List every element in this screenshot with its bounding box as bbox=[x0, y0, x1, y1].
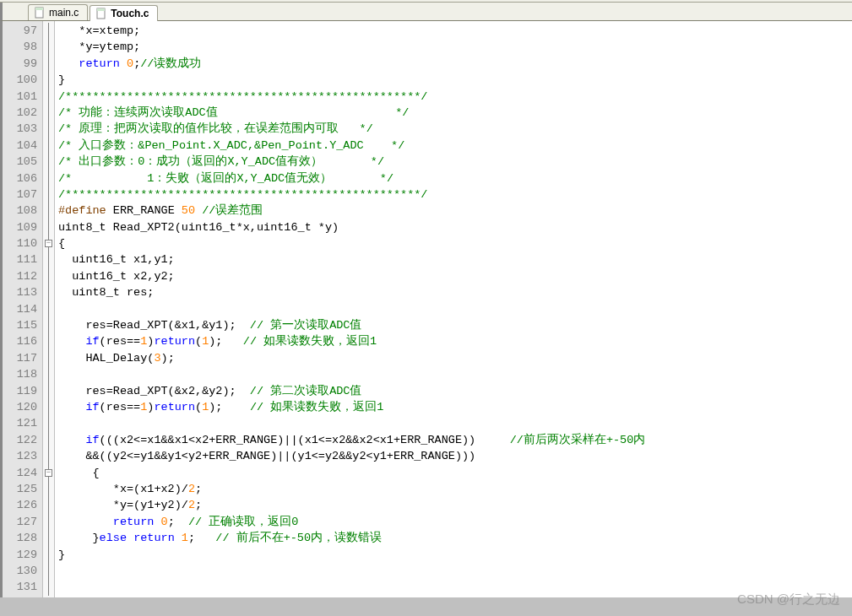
code-line[interactable]: } bbox=[58, 547, 852, 563]
code-line[interactable]: /***************************************… bbox=[58, 186, 852, 203]
code-line[interactable]: /* 出口参数：0：成功（返回的X,Y_ADC值有效） */ bbox=[58, 154, 852, 170]
line-number: 109 bbox=[6, 219, 37, 235]
code-line[interactable]: uint8_t Read_XPT2(uint16_t*x,uint16_t *y… bbox=[58, 219, 852, 235]
fold-margin[interactable]: −− bbox=[43, 21, 55, 597]
code-line[interactable]: if(res==1)return(1); // 如果读数失败，返回1 bbox=[58, 333, 852, 349]
line-number: 107 bbox=[6, 186, 37, 203]
code-editor[interactable]: 9798991001011021031041051061071081091101… bbox=[0, 21, 852, 597]
line-number: 131 bbox=[6, 579, 37, 595]
line-number: 97 bbox=[6, 23, 37, 39]
line-number: 119 bbox=[6, 383, 37, 399]
file-tab-bar: main.cTouch.c bbox=[0, 3, 852, 21]
code-line[interactable]: *y=ytemp; bbox=[58, 39, 852, 55]
line-number: 117 bbox=[6, 350, 37, 366]
line-number: 104 bbox=[6, 138, 37, 154]
code-line[interactable]: *y=(y1+y2)/2; bbox=[58, 497, 852, 513]
line-number: 127 bbox=[6, 514, 37, 530]
file-tab[interactable]: Touch.c bbox=[90, 5, 158, 21]
code-line[interactable]: return 0; // 正确读取，返回0 bbox=[58, 514, 852, 530]
code-line[interactable]: /***************************************… bbox=[58, 89, 852, 105]
tab-label: Touch.c bbox=[111, 8, 149, 19]
line-number: 116 bbox=[6, 333, 37, 349]
code-line[interactable]: /* 1：失败（返回的X,Y_ADC值无效） */ bbox=[58, 170, 852, 186]
code-line[interactable] bbox=[58, 301, 852, 317]
line-number: 126 bbox=[6, 497, 37, 513]
code-line[interactable]: res=Read_XPT(&x1,&y1); // 第一次读取ADC值 bbox=[58, 317, 852, 333]
svg-rect-1 bbox=[35, 8, 43, 10]
line-number: 99 bbox=[6, 56, 37, 72]
line-number: 113 bbox=[6, 284, 37, 300]
line-number: 115 bbox=[6, 317, 37, 333]
line-number: 100 bbox=[6, 72, 37, 88]
code-line[interactable]: /* 入口参数：&Pen_Point.X_ADC,&Pen_Point.Y_AD… bbox=[58, 138, 852, 154]
line-number: 123 bbox=[6, 448, 37, 464]
line-number: 112 bbox=[6, 268, 37, 284]
line-number: 129 bbox=[6, 547, 37, 563]
line-number: 124 bbox=[6, 465, 37, 481]
line-number: 103 bbox=[6, 121, 37, 137]
code-line[interactable]: /* 原理：把两次读取的值作比较，在误差范围内可取 */ bbox=[58, 121, 852, 137]
fold-toggle-icon[interactable]: − bbox=[45, 469, 52, 477]
code-line[interactable] bbox=[58, 366, 852, 382]
line-number: 125 bbox=[6, 481, 37, 497]
tab-label: main.c bbox=[49, 7, 79, 19]
fold-toggle-icon[interactable]: − bbox=[45, 240, 52, 247]
code-area[interactable]: *x=xtemp; *y=ytemp; return 0;//读数成功}/***… bbox=[55, 21, 852, 597]
file-tab[interactable]: main.c bbox=[28, 4, 88, 20]
code-line[interactable]: if(res==1)return(1); // 如果读数失败，返回1 bbox=[58, 399, 852, 415]
code-line[interactable]: uint16_t x1,y1; bbox=[58, 251, 852, 267]
code-line[interactable]: uint16_t x2,y2; bbox=[58, 268, 852, 284]
code-line[interactable]: HAL_Delay(3); bbox=[58, 350, 852, 366]
code-line[interactable]: uint8_t res; bbox=[58, 284, 852, 300]
line-number: 111 bbox=[6, 251, 37, 267]
line-number: 102 bbox=[6, 105, 37, 121]
line-number: 122 bbox=[6, 432, 37, 448]
line-number: 121 bbox=[6, 415, 37, 431]
code-line[interactable]: /* 功能：连续两次读取ADC值 */ bbox=[58, 105, 852, 121]
line-number: 120 bbox=[6, 399, 37, 415]
c-file-icon bbox=[34, 7, 46, 19]
line-number: 118 bbox=[6, 366, 37, 382]
code-line[interactable]: } bbox=[58, 72, 852, 88]
code-line[interactable]: *x=(x1+x2)/2; bbox=[58, 481, 852, 497]
line-number-gutter: 9798991001011021031041051061071081091101… bbox=[3, 21, 43, 597]
line-number: 128 bbox=[6, 530, 37, 546]
line-number: 114 bbox=[6, 301, 37, 317]
code-line[interactable]: { bbox=[58, 465, 852, 481]
line-number: 98 bbox=[6, 39, 37, 55]
line-number: 130 bbox=[6, 563, 37, 579]
code-line[interactable]: &&((y2<=y1&&y1<y2+ERR_RANGE)||(y1<=y2&&y… bbox=[58, 448, 852, 464]
line-number: 101 bbox=[6, 89, 37, 105]
code-line[interactable]: { bbox=[58, 235, 852, 251]
code-line[interactable] bbox=[58, 563, 852, 579]
line-number: 108 bbox=[6, 203, 37, 219]
code-line[interactable]: #define ERR_RANGE 50 //误差范围 bbox=[58, 203, 852, 219]
line-number: 106 bbox=[6, 170, 37, 186]
code-line[interactable]: res=Read_XPT(&x2,&y2); // 第二次读取ADC值 bbox=[58, 383, 852, 399]
code-line[interactable] bbox=[58, 415, 852, 431]
code-line[interactable]: }else return 1; // 前后不在+-50内，读数错误 bbox=[58, 530, 852, 546]
line-number: 110 bbox=[6, 235, 37, 251]
code-line[interactable]: return 0;//读数成功 bbox=[58, 56, 852, 72]
svg-rect-3 bbox=[97, 8, 105, 11]
code-line[interactable]: *x=xtemp; bbox=[58, 23, 852, 39]
code-line[interactable] bbox=[58, 579, 852, 595]
line-number: 105 bbox=[6, 154, 37, 170]
c-file-icon bbox=[95, 8, 107, 19]
code-line[interactable]: if(((x2<=x1&&x1<x2+ERR_RANGE)||(x1<=x2&&… bbox=[58, 432, 852, 448]
